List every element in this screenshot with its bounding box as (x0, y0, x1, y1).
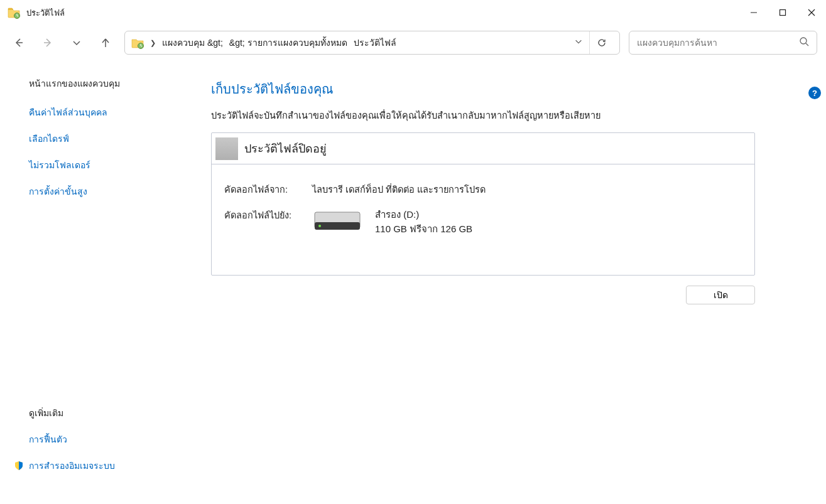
see-more-label: ดูเพิ่มเติม (29, 408, 63, 418)
breadcrumb-part[interactable]: ประวัติไฟล์ (354, 36, 396, 50)
breadcrumb-part[interactable]: &gt; รายการแผงควบคุมทั้งหมด (229, 36, 347, 50)
svg-point-12 (318, 225, 321, 227)
sidebar-recovery-link[interactable]: การฟื้นตัว (29, 432, 67, 446)
sidebar-exclude-link[interactable]: ไม่รวมโฟลเดอร์ (29, 158, 188, 172)
copy-from-label: คัดลอกไฟล์จาก: (224, 182, 312, 196)
svg-rect-2 (780, 10, 786, 16)
drive-icon (312, 208, 362, 235)
shield-icon (14, 461, 24, 471)
page-description: ประวัติไฟล์จะบันทึกสำเนาของไฟล์ของคุณเพื… (211, 108, 801, 122)
minimize-button[interactable] (739, 0, 768, 25)
sidebar-advanced-link[interactable]: การตั้งค่าขั้นสูง (29, 185, 188, 198)
up-button[interactable] (95, 33, 116, 53)
maximize-button[interactable] (768, 0, 797, 25)
status-title: ประวัติไฟล์ปิดอยู่ (244, 139, 327, 158)
breadcrumb-part[interactable]: แผงควบคุม &gt; (162, 36, 223, 50)
folder-icon (8, 6, 20, 19)
folder-icon (131, 36, 144, 49)
forward-button[interactable] (38, 33, 58, 53)
chevron-right-icon: ❯ (150, 39, 156, 47)
sidebar-restore-link[interactable]: คืนค่าไฟล์ส่วนบุคคล (29, 105, 188, 119)
status-icon (215, 137, 238, 160)
page-title: เก็บประวัติไฟล์ของคุณ (211, 79, 801, 99)
history-dropdown-button[interactable] (67, 33, 87, 53)
close-button[interactable] (797, 0, 826, 25)
search-bar[interactable] (629, 31, 817, 55)
svg-line-9 (806, 43, 808, 46)
svg-point-8 (800, 38, 807, 44)
drive-name: สำรอง (D:) (375, 208, 472, 222)
window-title: ประวัติไฟล์ (26, 6, 739, 19)
sidebar-select-drive-link[interactable]: เลือกไดรฟ์ (29, 132, 188, 146)
copy-from-value: ไลบรารี เดสก์ท็อป ที่ติดต่อ และรายการโปร… (312, 182, 486, 196)
address-bar[interactable]: ❯ แผงควบคุม &gt; &gt; รายการแผงควบคุมทั้… (124, 31, 620, 55)
svg-rect-11 (315, 222, 360, 230)
chevron-down-icon[interactable] (574, 37, 583, 48)
refresh-button[interactable] (589, 31, 613, 54)
copy-to-label: คัดลอกไฟล์ไปยัง: (224, 208, 312, 222)
drive-free-space: 110 GB ฟรีจาก 126 GB (375, 222, 472, 237)
sidebar-home-link[interactable]: หน้าแรกของแผงควบคุม (29, 77, 188, 90)
back-button[interactable] (9, 33, 29, 53)
search-input[interactable] (637, 38, 799, 48)
sidebar-system-image-link[interactable]: การสำรองอิมเมจระบบ (29, 459, 115, 473)
search-icon[interactable] (799, 36, 809, 49)
open-button[interactable]: เปิด (686, 286, 755, 304)
status-panel: ประวัติไฟล์ปิดอยู่ คัดลอกไฟล์จาก: ไลบราร… (211, 132, 755, 276)
